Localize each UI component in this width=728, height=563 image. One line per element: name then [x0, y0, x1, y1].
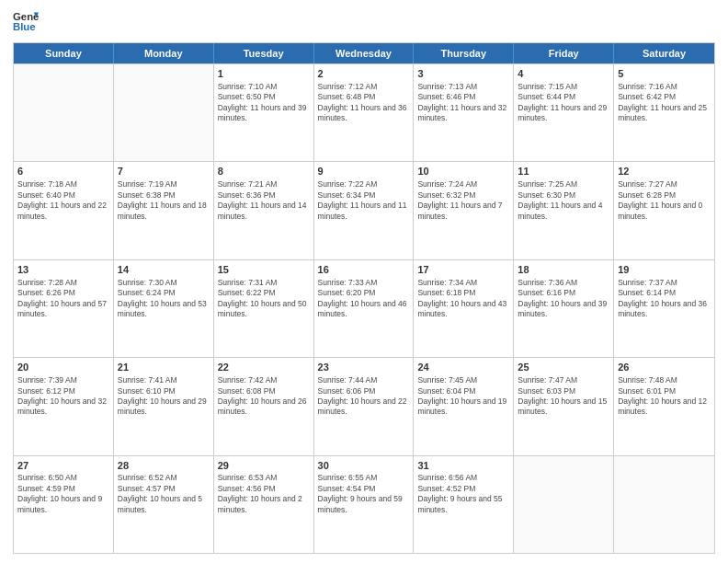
day-number: 27 — [17, 459, 109, 473]
day-info: Sunrise: 7:21 AM Sunset: 6:36 PM Dayligh… — [218, 179, 310, 222]
calendar-cell — [614, 456, 714, 553]
day-number: 20 — [17, 361, 109, 374]
day-info: Sunrise: 7:25 AM Sunset: 6:30 PM Dayligh… — [518, 179, 609, 222]
svg-text:Blue: Blue — [13, 21, 36, 32]
calendar-cell: 23Sunrise: 7:44 AM Sunset: 6:06 PM Dayli… — [314, 358, 415, 454]
day-number: 7 — [118, 165, 210, 178]
day-number: 4 — [518, 67, 609, 81]
day-info: Sunrise: 7:36 AM Sunset: 6:16 PM Dayligh… — [518, 278, 609, 320]
calendar-cell: 27Sunrise: 6:50 AM Sunset: 4:59 PM Dayli… — [14, 456, 114, 553]
calendar-cell: 24Sunrise: 7:45 AM Sunset: 6:04 PM Dayli… — [414, 358, 514, 454]
day-number: 30 — [318, 459, 410, 473]
day-number: 25 — [518, 361, 609, 374]
calendar-header: SundayMondayTuesdayWednesdayThursdayFrid… — [14, 43, 714, 63]
header-day-thursday: Thursday — [414, 43, 514, 63]
day-number: 2 — [318, 67, 410, 81]
calendar-cell: 8Sunrise: 7:21 AM Sunset: 6:36 PM Daylig… — [214, 162, 314, 259]
page-header: General Blue — [13, 9, 715, 35]
calendar-cell — [14, 64, 114, 161]
day-number: 13 — [17, 263, 109, 277]
calendar-cell — [114, 64, 214, 161]
day-number: 12 — [618, 165, 711, 178]
day-info: Sunrise: 6:53 AM Sunset: 4:56 PM Dayligh… — [218, 473, 310, 515]
calendar-cell: 3Sunrise: 7:13 AM Sunset: 6:46 PM Daylig… — [414, 64, 514, 161]
day-number: 29 — [218, 459, 310, 473]
day-info: Sunrise: 7:30 AM Sunset: 6:24 PM Dayligh… — [118, 278, 210, 320]
day-number: 23 — [318, 361, 410, 374]
day-number: 18 — [518, 263, 609, 277]
calendar-cell: 7Sunrise: 7:19 AM Sunset: 6:38 PM Daylig… — [114, 162, 214, 259]
day-number: 21 — [118, 361, 210, 374]
header-day-wednesday: Wednesday — [314, 43, 415, 63]
day-number: 17 — [417, 263, 509, 277]
day-number: 5 — [618, 67, 711, 81]
day-info: Sunrise: 7:24 AM Sunset: 6:32 PM Dayligh… — [417, 179, 509, 222]
day-info: Sunrise: 7:39 AM Sunset: 6:12 PM Dayligh… — [17, 375, 109, 418]
day-info: Sunrise: 7:28 AM Sunset: 6:26 PM Dayligh… — [17, 278, 109, 320]
calendar-body: 1Sunrise: 7:10 AM Sunset: 6:50 PM Daylig… — [14, 63, 714, 553]
day-number: 28 — [118, 459, 210, 473]
day-number: 10 — [417, 165, 509, 178]
calendar-cell: 12Sunrise: 7:27 AM Sunset: 6:28 PM Dayli… — [614, 162, 714, 259]
calendar-cell: 5Sunrise: 7:16 AM Sunset: 6:42 PM Daylig… — [614, 64, 714, 161]
calendar-cell: 10Sunrise: 7:24 AM Sunset: 6:32 PM Dayli… — [414, 162, 514, 259]
day-number: 31 — [417, 459, 509, 473]
day-number: 24 — [417, 361, 509, 374]
calendar-cell: 28Sunrise: 6:52 AM Sunset: 4:57 PM Dayli… — [114, 456, 214, 553]
calendar-cell — [514, 456, 614, 553]
calendar-cell: 1Sunrise: 7:10 AM Sunset: 6:50 PM Daylig… — [214, 64, 314, 161]
calendar-cell: 31Sunrise: 6:56 AM Sunset: 4:52 PM Dayli… — [414, 456, 514, 553]
day-number: 3 — [417, 67, 509, 81]
calendar-cell: 9Sunrise: 7:22 AM Sunset: 6:34 PM Daylig… — [314, 162, 415, 259]
logo-icon: General Blue — [13, 9, 39, 35]
day-info: Sunrise: 7:18 AM Sunset: 6:40 PM Dayligh… — [17, 179, 109, 222]
day-number: 19 — [618, 263, 711, 277]
calendar-cell: 17Sunrise: 7:34 AM Sunset: 6:18 PM Dayli… — [414, 260, 514, 357]
day-info: Sunrise: 7:45 AM Sunset: 6:04 PM Dayligh… — [417, 375, 509, 418]
header-day-friday: Friday — [514, 43, 614, 63]
header-day-monday: Monday — [114, 43, 214, 63]
calendar-cell: 6Sunrise: 7:18 AM Sunset: 6:40 PM Daylig… — [14, 162, 114, 259]
day-info: Sunrise: 7:48 AM Sunset: 6:01 PM Dayligh… — [618, 375, 711, 418]
day-info: Sunrise: 7:12 AM Sunset: 6:48 PM Dayligh… — [318, 82, 410, 124]
day-info: Sunrise: 7:22 AM Sunset: 6:34 PM Dayligh… — [318, 179, 410, 222]
day-number: 14 — [118, 263, 210, 277]
day-info: Sunrise: 7:31 AM Sunset: 6:22 PM Dayligh… — [218, 278, 310, 320]
calendar-cell: 30Sunrise: 6:55 AM Sunset: 4:54 PM Dayli… — [314, 456, 415, 553]
header-day-sunday: Sunday — [14, 43, 114, 63]
day-info: Sunrise: 7:33 AM Sunset: 6:20 PM Dayligh… — [318, 278, 410, 320]
day-number: 9 — [318, 165, 410, 178]
day-info: Sunrise: 7:44 AM Sunset: 6:06 PM Dayligh… — [318, 375, 410, 418]
calendar-cell: 14Sunrise: 7:30 AM Sunset: 6:24 PM Dayli… — [114, 260, 214, 357]
calendar-cell: 11Sunrise: 7:25 AM Sunset: 6:30 PM Dayli… — [514, 162, 614, 259]
calendar: SundayMondayTuesdayWednesdayThursdayFrid… — [13, 42, 715, 554]
calendar-cell: 21Sunrise: 7:41 AM Sunset: 6:10 PM Dayli… — [114, 358, 214, 454]
calendar-cell: 20Sunrise: 7:39 AM Sunset: 6:12 PM Dayli… — [14, 358, 114, 454]
calendar-cell: 13Sunrise: 7:28 AM Sunset: 6:26 PM Dayli… — [14, 260, 114, 357]
calendar-cell: 19Sunrise: 7:37 AM Sunset: 6:14 PM Dayli… — [614, 260, 714, 357]
calendar-cell: 18Sunrise: 7:36 AM Sunset: 6:16 PM Dayli… — [514, 260, 614, 357]
calendar-cell: 16Sunrise: 7:33 AM Sunset: 6:20 PM Dayli… — [314, 260, 415, 357]
header-day-saturday: Saturday — [614, 43, 714, 63]
day-info: Sunrise: 7:41 AM Sunset: 6:10 PM Dayligh… — [118, 375, 210, 418]
calendar-row-2: 6Sunrise: 7:18 AM Sunset: 6:40 PM Daylig… — [14, 161, 714, 259]
day-info: Sunrise: 7:15 AM Sunset: 6:44 PM Dayligh… — [518, 82, 609, 124]
logo: General Blue — [13, 9, 39, 35]
day-number: 11 — [518, 165, 609, 178]
day-number: 16 — [318, 263, 410, 277]
header-day-tuesday: Tuesday — [214, 43, 314, 63]
calendar-cell: 4Sunrise: 7:15 AM Sunset: 6:44 PM Daylig… — [514, 64, 614, 161]
day-number: 15 — [218, 263, 310, 277]
day-info: Sunrise: 7:16 AM Sunset: 6:42 PM Dayligh… — [618, 82, 711, 124]
day-info: Sunrise: 7:19 AM Sunset: 6:38 PM Dayligh… — [118, 179, 210, 222]
day-info: Sunrise: 7:13 AM Sunset: 6:46 PM Dayligh… — [417, 82, 509, 124]
day-number: 26 — [618, 361, 711, 374]
day-info: Sunrise: 6:50 AM Sunset: 4:59 PM Dayligh… — [17, 473, 109, 515]
calendar-cell: 29Sunrise: 6:53 AM Sunset: 4:56 PM Dayli… — [214, 456, 314, 553]
day-info: Sunrise: 6:56 AM Sunset: 4:52 PM Dayligh… — [417, 473, 509, 515]
day-info: Sunrise: 6:52 AM Sunset: 4:57 PM Dayligh… — [118, 473, 210, 515]
day-number: 1 — [218, 67, 310, 81]
calendar-row-4: 20Sunrise: 7:39 AM Sunset: 6:12 PM Dayli… — [14, 357, 714, 454]
day-info: Sunrise: 7:47 AM Sunset: 6:03 PM Dayligh… — [518, 375, 609, 418]
calendar-cell: 2Sunrise: 7:12 AM Sunset: 6:48 PM Daylig… — [314, 64, 415, 161]
